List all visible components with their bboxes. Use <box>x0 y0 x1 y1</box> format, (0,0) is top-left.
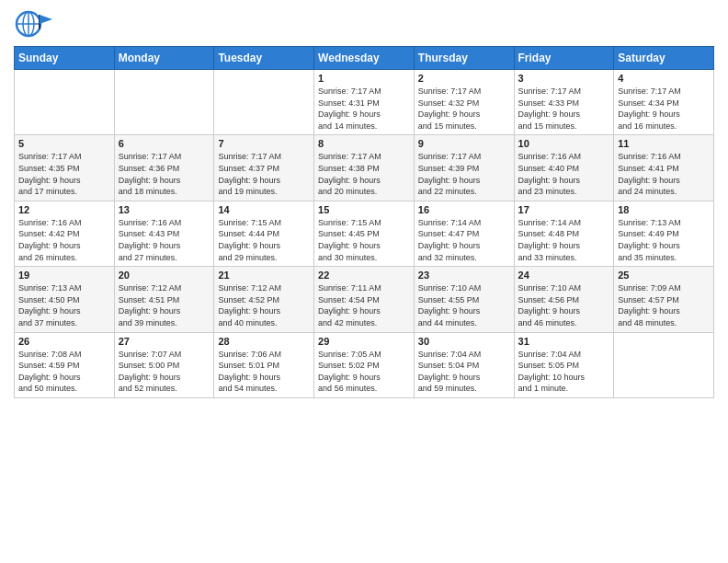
day-number: 16 <box>418 204 510 215</box>
day-info: Sunrise: 7:04 AM Sunset: 5:05 PM Dayligh… <box>518 349 610 395</box>
calendar-cell: 31Sunrise: 7:04 AM Sunset: 5:05 PM Dayli… <box>514 332 614 397</box>
calendar-cell: 13Sunrise: 7:16 AM Sunset: 4:43 PM Dayli… <box>114 201 214 266</box>
calendar-day-header: Friday <box>514 47 614 70</box>
calendar-cell: 18Sunrise: 7:13 AM Sunset: 4:49 PM Dayli… <box>614 201 714 266</box>
calendar-cell: 15Sunrise: 7:15 AM Sunset: 4:45 PM Dayli… <box>314 201 415 266</box>
day-number: 6 <box>119 138 210 149</box>
day-number: 5 <box>18 138 110 149</box>
day-info: Sunrise: 7:11 AM Sunset: 4:54 PM Dayligh… <box>318 282 410 328</box>
calendar-cell: 7Sunrise: 7:17 AM Sunset: 4:37 PM Daylig… <box>214 135 314 201</box>
day-number: 3 <box>518 73 610 84</box>
calendar-week-row: 19Sunrise: 7:13 AM Sunset: 4:50 PM Dayli… <box>15 267 714 332</box>
day-number: 15 <box>318 204 410 215</box>
day-info: Sunrise: 7:17 AM Sunset: 4:34 PM Dayligh… <box>618 86 710 132</box>
calendar-week-row: 12Sunrise: 7:16 AM Sunset: 4:42 PM Dayli… <box>15 201 714 266</box>
calendar-cell: 17Sunrise: 7:14 AM Sunset: 4:48 PM Dayli… <box>514 201 614 266</box>
day-number: 12 <box>18 204 110 215</box>
day-number: 13 <box>119 204 210 215</box>
day-info: Sunrise: 7:15 AM Sunset: 4:44 PM Dayligh… <box>218 217 310 263</box>
day-info: Sunrise: 7:17 AM Sunset: 4:31 PM Dayligh… <box>318 86 410 132</box>
day-info: Sunrise: 7:17 AM Sunset: 4:32 PM Dayligh… <box>418 86 510 132</box>
calendar-week-row: 1Sunrise: 7:17 AM Sunset: 4:31 PM Daylig… <box>15 70 714 135</box>
calendar-cell: 26Sunrise: 7:08 AM Sunset: 4:59 PM Dayli… <box>15 332 115 397</box>
day-number: 21 <box>218 270 310 281</box>
day-info: Sunrise: 7:16 AM Sunset: 4:42 PM Dayligh… <box>18 217 110 263</box>
calendar-week-row: 5Sunrise: 7:17 AM Sunset: 4:35 PM Daylig… <box>15 135 714 201</box>
calendar-cell: 12Sunrise: 7:16 AM Sunset: 4:42 PM Dayli… <box>15 201 115 266</box>
calendar-cell: 29Sunrise: 7:05 AM Sunset: 5:02 PM Dayli… <box>314 332 415 397</box>
page-header <box>14 9 714 40</box>
day-number: 31 <box>518 336 610 347</box>
calendar-table: SundayMondayTuesdayWednesdayThursdayFrid… <box>14 46 714 398</box>
day-number: 11 <box>618 138 710 149</box>
day-number: 24 <box>518 270 610 281</box>
day-number: 1 <box>318 73 410 84</box>
day-info: Sunrise: 7:16 AM Sunset: 4:43 PM Dayligh… <box>119 217 210 263</box>
day-info: Sunrise: 7:16 AM Sunset: 4:41 PM Dayligh… <box>618 151 710 197</box>
day-number: 8 <box>318 138 410 149</box>
calendar-day-header: Sunday <box>15 47 115 70</box>
calendar-cell: 16Sunrise: 7:14 AM Sunset: 4:47 PM Dayli… <box>414 201 514 266</box>
day-info: Sunrise: 7:15 AM Sunset: 4:45 PM Dayligh… <box>318 217 410 263</box>
calendar-cell: 10Sunrise: 7:16 AM Sunset: 4:40 PM Dayli… <box>514 135 614 201</box>
calendar-cell: 21Sunrise: 7:12 AM Sunset: 4:52 PM Dayli… <box>214 267 314 332</box>
day-number: 19 <box>18 270 110 281</box>
day-info: Sunrise: 7:14 AM Sunset: 4:48 PM Dayligh… <box>518 217 610 263</box>
day-info: Sunrise: 7:08 AM Sunset: 4:59 PM Dayligh… <box>18 349 110 395</box>
calendar-day-header: Thursday <box>414 47 514 70</box>
calendar-cell: 3Sunrise: 7:17 AM Sunset: 4:33 PM Daylig… <box>514 70 614 135</box>
calendar-cell: 30Sunrise: 7:04 AM Sunset: 5:04 PM Dayli… <box>414 332 514 397</box>
calendar-cell: 25Sunrise: 7:09 AM Sunset: 4:57 PM Dayli… <box>614 267 714 332</box>
day-info: Sunrise: 7:09 AM Sunset: 4:57 PM Dayligh… <box>618 282 710 328</box>
calendar-cell: 8Sunrise: 7:17 AM Sunset: 4:38 PM Daylig… <box>314 135 415 201</box>
day-number: 20 <box>119 270 210 281</box>
day-number: 25 <box>618 270 710 281</box>
day-number: 30 <box>418 336 510 347</box>
calendar-day-header: Tuesday <box>214 47 314 70</box>
calendar-day-header: Saturday <box>614 47 714 70</box>
day-info: Sunrise: 7:12 AM Sunset: 4:52 PM Dayligh… <box>218 282 310 328</box>
day-number: 14 <box>218 204 310 215</box>
calendar-header-row: SundayMondayTuesdayWednesdayThursdayFrid… <box>15 47 714 70</box>
day-number: 26 <box>18 336 110 347</box>
day-info: Sunrise: 7:12 AM Sunset: 4:51 PM Dayligh… <box>119 282 210 328</box>
day-info: Sunrise: 7:13 AM Sunset: 4:49 PM Dayligh… <box>618 217 710 263</box>
day-number: 18 <box>618 204 710 215</box>
calendar-week-row: 26Sunrise: 7:08 AM Sunset: 4:59 PM Dayli… <box>15 332 714 397</box>
day-number: 7 <box>218 138 310 149</box>
day-info: Sunrise: 7:07 AM Sunset: 5:00 PM Dayligh… <box>119 349 210 395</box>
calendar-cell: 24Sunrise: 7:10 AM Sunset: 4:56 PM Dayli… <box>514 267 614 332</box>
calendar-cell <box>214 70 314 135</box>
calendar-cell: 1Sunrise: 7:17 AM Sunset: 4:31 PM Daylig… <box>314 70 415 135</box>
day-info: Sunrise: 7:17 AM Sunset: 4:33 PM Dayligh… <box>518 86 610 132</box>
day-number: 29 <box>318 336 410 347</box>
day-info: Sunrise: 7:17 AM Sunset: 4:37 PM Dayligh… <box>218 151 310 197</box>
calendar-day-header: Monday <box>114 47 214 70</box>
logo-icon <box>14 9 62 44</box>
calendar-cell: 11Sunrise: 7:16 AM Sunset: 4:41 PM Dayli… <box>614 135 714 201</box>
day-number: 2 <box>418 73 510 84</box>
calendar-cell: 28Sunrise: 7:06 AM Sunset: 5:01 PM Dayli… <box>214 332 314 397</box>
day-info: Sunrise: 7:10 AM Sunset: 4:55 PM Dayligh… <box>418 282 510 328</box>
day-info: Sunrise: 7:17 AM Sunset: 4:39 PM Dayligh… <box>418 151 510 197</box>
day-info: Sunrise: 7:06 AM Sunset: 5:01 PM Dayligh… <box>218 349 310 395</box>
day-info: Sunrise: 7:13 AM Sunset: 4:50 PM Dayligh… <box>18 282 110 328</box>
day-info: Sunrise: 7:17 AM Sunset: 4:38 PM Dayligh… <box>318 151 410 197</box>
calendar-cell: 23Sunrise: 7:10 AM Sunset: 4:55 PM Dayli… <box>414 267 514 332</box>
day-number: 9 <box>418 138 510 149</box>
svg-marker-5 <box>40 15 52 24</box>
calendar-cell: 9Sunrise: 7:17 AM Sunset: 4:39 PM Daylig… <box>414 135 514 201</box>
day-info: Sunrise: 7:05 AM Sunset: 5:02 PM Dayligh… <box>318 349 410 395</box>
day-number: 10 <box>518 138 610 149</box>
day-number: 27 <box>119 336 210 347</box>
calendar-cell: 20Sunrise: 7:12 AM Sunset: 4:51 PM Dayli… <box>114 267 214 332</box>
day-number: 23 <box>418 270 510 281</box>
calendar-cell: 5Sunrise: 7:17 AM Sunset: 4:35 PM Daylig… <box>15 135 115 201</box>
calendar-cell: 6Sunrise: 7:17 AM Sunset: 4:36 PM Daylig… <box>114 135 214 201</box>
day-number: 22 <box>318 270 410 281</box>
calendar-cell <box>15 70 115 135</box>
day-number: 17 <box>518 204 610 215</box>
day-info: Sunrise: 7:17 AM Sunset: 4:35 PM Dayligh… <box>18 151 110 197</box>
day-info: Sunrise: 7:17 AM Sunset: 4:36 PM Dayligh… <box>119 151 210 197</box>
calendar-cell <box>114 70 214 135</box>
